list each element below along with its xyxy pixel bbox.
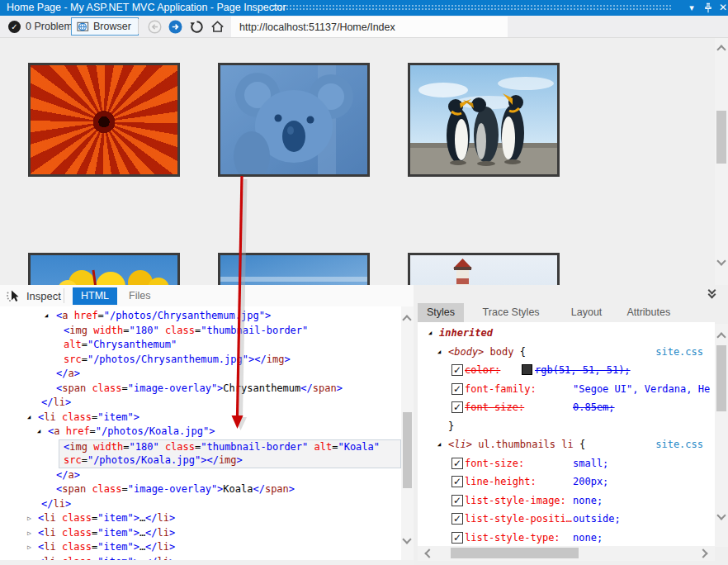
css-rule-header: ◢<body> body {site.css xyxy=(418,343,715,362)
scrollbar-thumb[interactable] xyxy=(451,548,579,558)
window-menu-icon[interactable]: ▾ xyxy=(685,1,698,15)
property-checkbox[interactable]: ✓ xyxy=(451,401,463,413)
thumbnail-lighthouse[interactable] xyxy=(408,253,560,285)
property-checkbox[interactable]: ✓ xyxy=(451,364,463,376)
thumbnail-sky[interactable] xyxy=(218,253,370,285)
problems-count[interactable]: 0 Problems xyxy=(26,21,78,32)
browser-button[interactable]: Browser xyxy=(71,17,139,36)
code-line[interactable]: src="/photos/Chrysanthemum.jpg"></img> xyxy=(0,353,401,368)
code-line[interactable]: </a> xyxy=(0,367,401,382)
code-line[interactable]: ▷<li class="item">…</li> xyxy=(0,526,401,541)
thumbnail-koala[interactable] xyxy=(218,63,370,177)
window-title: Home Page - My ASP.NET MVC Application -… xyxy=(7,2,286,13)
page-inspector-window: Home Page - My ASP.NET MVC Application -… xyxy=(0,0,728,565)
styles-hscrollbar[interactable] xyxy=(418,546,715,561)
property-checkbox[interactable]: ✓ xyxy=(451,495,463,506)
tab-trace-styles[interactable]: Trace Styles xyxy=(474,303,549,322)
property-checkbox[interactable]: ✓ xyxy=(451,513,463,525)
url-input[interactable] xyxy=(231,17,508,37)
tab-attributes[interactable]: Attributes xyxy=(617,303,679,322)
scroll-left-icon[interactable] xyxy=(424,548,433,558)
css-rule-header: ◢<li> ul.thumbnails li {site.css xyxy=(418,435,715,454)
scrollbar-thumb[interactable] xyxy=(716,345,726,411)
stylesheet-link[interactable]: site.css xyxy=(655,343,703,362)
code-line[interactable]: </li> xyxy=(0,497,401,512)
browser-preview-pane xyxy=(0,38,715,285)
scroll-down-icon[interactable] xyxy=(716,510,726,520)
thumbnail-chrysanthemum[interactable] xyxy=(28,63,180,177)
expanded-node-icon[interactable]: ◢ xyxy=(437,343,441,362)
code-line[interactable]: </li> xyxy=(0,396,401,411)
code-line[interactable]: <span class="image-overlay">Chrysanthemu… xyxy=(0,382,401,396)
code-line[interactable]: ◢<a href="/photos/Koala.jpg"> xyxy=(0,425,401,439)
html-code-view: ◢<a href="/photos/Chrysanthemum.jpg"><im… xyxy=(0,306,401,565)
stylesheet-link[interactable]: site.css xyxy=(655,435,703,454)
code-line[interactable]: <img width="180" class="thumbnail-border… xyxy=(0,324,401,339)
css-property-row: ✓list-style-positi…outside; xyxy=(418,510,715,529)
code-line[interactable]: ◢<a href="/photos/Chrysanthemum.jpg"> xyxy=(0,309,401,324)
expanded-node-icon[interactable]: ◢ xyxy=(27,411,31,425)
inspect-button[interactable]: Inspect xyxy=(5,286,61,306)
inspect-cursor-icon xyxy=(5,288,21,303)
expanded-node-icon[interactable]: ◢ xyxy=(45,309,48,324)
scroll-up-icon[interactable] xyxy=(402,315,411,324)
property-checkbox[interactable]: ✓ xyxy=(451,532,463,544)
collapsed-node-icon[interactable]: ▷ xyxy=(27,511,31,526)
toolbar: ✓ 0 Problems Browser xyxy=(0,16,728,38)
back-icon[interactable] xyxy=(148,20,162,34)
expanded-node-icon[interactable]: ◢ xyxy=(37,425,40,439)
styles-scrollbar[interactable] xyxy=(715,324,728,547)
tab-html[interactable]: HTML xyxy=(73,287,117,305)
toolbar-separator xyxy=(138,19,139,34)
code-line[interactable]: src="/photos/Koala.jpg"></img> xyxy=(59,453,401,468)
code-scrollbar[interactable] xyxy=(401,306,414,560)
property-checkbox[interactable]: ✓ xyxy=(451,476,463,487)
code-line[interactable]: <span class="image-overlay">Koala</span> xyxy=(0,482,401,497)
expanded-node-icon[interactable]: ◢ xyxy=(428,324,432,343)
scroll-up-icon[interactable] xyxy=(716,332,726,341)
scrollbar-thumb[interactable] xyxy=(716,111,726,164)
pin-icon[interactable] xyxy=(702,1,715,15)
tab-files[interactable]: Files xyxy=(121,287,158,305)
code-line[interactable]: <img width="180" class="thumbnail-border… xyxy=(59,439,401,454)
collapsed-node-icon[interactable]: ▷ xyxy=(27,526,31,541)
scroll-right-icon[interactable] xyxy=(698,548,707,558)
code-line[interactable]: ▷<li class="item">…</li> xyxy=(0,511,401,526)
collapsed-node-icon[interactable]: ▷ xyxy=(27,540,31,555)
html-source-panel: Inspect HTML Files ◢<a href="/photos/Chr… xyxy=(0,285,414,565)
expanded-node-icon[interactable]: ◢ xyxy=(437,435,441,454)
css-property-row: ✓font-size:0.85em; xyxy=(418,398,715,417)
styles-tab-row: StylesTrace StylesLayoutAttributes xyxy=(418,303,728,322)
problems-check-icon: ✓ xyxy=(8,21,21,33)
code-line[interactable]: ◢<li class="item"> xyxy=(0,411,401,425)
browser-scrollbar[interactable] xyxy=(715,38,728,285)
browser-button-label: Browser xyxy=(93,21,131,32)
close-icon[interactable]: ✕ xyxy=(716,1,728,15)
scroll-down-icon[interactable] xyxy=(716,256,726,265)
css-property-row: ✓font-size:small; xyxy=(418,454,715,473)
refresh-icon[interactable] xyxy=(190,20,204,34)
code-hscrollbar[interactable] xyxy=(0,560,414,565)
styles-rules-view: ◢inherited◢<body> body {site.css✓color:r… xyxy=(418,322,715,547)
scroll-up-icon[interactable] xyxy=(716,45,726,54)
globe-window-icon xyxy=(77,21,89,33)
code-line[interactable]: alt="Chrysanthemum" xyxy=(0,338,401,353)
scrollbar-thumb[interactable] xyxy=(403,412,412,488)
tab-layout[interactable]: Layout xyxy=(562,303,612,322)
thumbnail-tulips[interactable] xyxy=(28,253,180,285)
code-line[interactable]: </a> xyxy=(0,468,401,483)
inspect-toolbar: Inspect HTML Files xyxy=(0,285,414,306)
property-checkbox[interactable]: ✓ xyxy=(451,458,463,469)
thumbnail-penguins[interactable] xyxy=(408,63,560,177)
tab-styles[interactable]: Styles xyxy=(418,303,464,322)
forward-icon[interactable] xyxy=(168,20,182,34)
collapse-panel-icon[interactable] xyxy=(707,287,718,299)
titlebar: Home Page - My ASP.NET MVC Application -… xyxy=(0,0,728,16)
css-property-row: ✓list-style-image:none; xyxy=(418,491,715,510)
property-checkbox[interactable]: ✓ xyxy=(451,383,463,395)
scroll-down-icon[interactable] xyxy=(402,534,411,544)
css-property-row: ✓color:rgb(51, 51, 51); xyxy=(418,361,715,380)
code-line[interactable]: ▷<li class="item">…</li> xyxy=(0,540,401,555)
home-icon[interactable] xyxy=(210,20,225,34)
css-rule-close: } xyxy=(418,417,715,436)
